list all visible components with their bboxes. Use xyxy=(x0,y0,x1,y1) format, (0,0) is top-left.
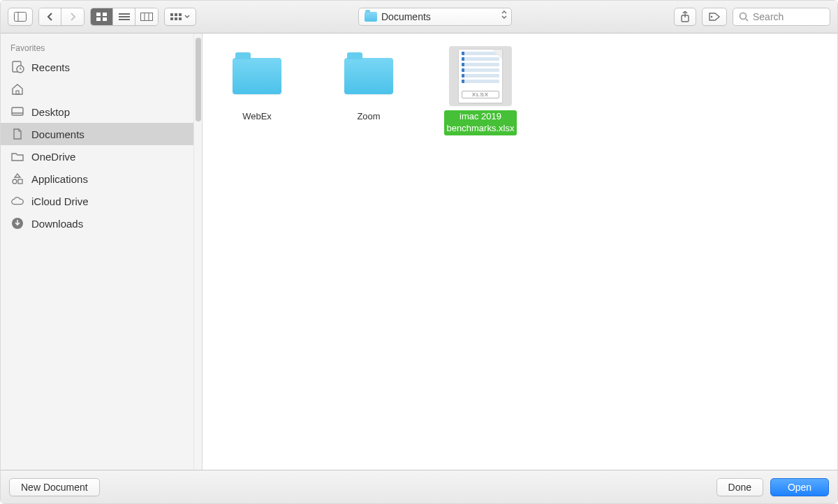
svg-rect-3 xyxy=(103,13,107,16)
path-popup-button[interactable]: Documents xyxy=(358,8,512,26)
folder-icon xyxy=(344,58,393,94)
svg-rect-17 xyxy=(179,17,182,20)
sidebar-item-applications[interactable]: Applications xyxy=(1,168,193,190)
svg-line-22 xyxy=(746,19,748,21)
document-icon xyxy=(10,127,24,141)
file-label: imac 2019 benchmarks.xlsx xyxy=(444,110,517,135)
view-icons-button[interactable] xyxy=(91,8,113,25)
svg-rect-29 xyxy=(18,179,22,184)
forward-button[interactable] xyxy=(61,8,84,25)
clock-doc-icon xyxy=(10,60,24,74)
sidebar-item-home[interactable] xyxy=(1,78,193,101)
done-button[interactable]: Done xyxy=(716,478,763,496)
cloud-icon xyxy=(10,194,24,208)
svg-point-28 xyxy=(13,179,17,184)
scrollbar-thumb[interactable] xyxy=(196,38,201,121)
sidebar: Favorites Recents xyxy=(1,34,193,470)
group-by-button[interactable] xyxy=(164,8,196,26)
new-document-button[interactable]: New Document xyxy=(9,478,100,496)
svg-point-20 xyxy=(711,16,713,18)
sidebar-item-label: Downloads xyxy=(31,218,83,230)
sidebar-item-label: Desktop xyxy=(31,106,70,118)
sidebar-toggle-button[interactable] xyxy=(8,8,33,26)
sidebar-item-recents[interactable]: Recents xyxy=(1,56,193,78)
svg-rect-25 xyxy=(16,91,19,94)
body: Favorites Recents xyxy=(1,34,837,470)
path-label: Documents xyxy=(381,11,431,22)
home-icon xyxy=(10,82,24,96)
xlsx-icon: XLSX xyxy=(458,49,503,103)
svg-rect-5 xyxy=(103,17,107,21)
button-label: Done xyxy=(728,482,751,493)
stepper-icon xyxy=(501,10,507,19)
sidebar-item-label: Applications xyxy=(31,173,88,185)
sidebar-item-documents[interactable]: Documents xyxy=(1,123,193,145)
toolbar: Documents Search xyxy=(1,1,837,34)
svg-rect-15 xyxy=(170,17,173,20)
finder-open-dialog: Documents Search Favorites xyxy=(0,0,838,504)
file-item-xlsx[interactable]: XLSX imac 2019 benchmarks.xlsx xyxy=(439,46,522,457)
download-icon xyxy=(10,216,24,230)
applications-icon xyxy=(10,172,24,186)
desktop-icon xyxy=(10,105,24,119)
svg-rect-14 xyxy=(179,13,182,16)
sidebar-item-desktop[interactable]: Desktop xyxy=(1,101,193,123)
sidebar-section-title: Favorites xyxy=(1,43,193,56)
folder-icon xyxy=(10,149,24,163)
footer: New Document Done Open xyxy=(1,470,837,503)
svg-rect-12 xyxy=(170,13,173,16)
folder-item-webex[interactable]: WebEx xyxy=(215,46,299,457)
folder-icon xyxy=(233,58,281,94)
sidebar-item-icloud[interactable]: iCloud Drive xyxy=(1,190,193,212)
button-label: Open xyxy=(788,482,811,493)
open-button[interactable]: Open xyxy=(770,478,829,496)
svg-rect-0 xyxy=(15,13,27,22)
folder-item-zoom[interactable]: Zoom xyxy=(327,46,411,457)
sidebar-wrap: Favorites Recents xyxy=(1,34,202,470)
svg-rect-2 xyxy=(96,13,101,16)
search-icon xyxy=(739,12,749,22)
svg-rect-4 xyxy=(96,17,101,21)
back-button[interactable] xyxy=(39,8,61,25)
file-label: WebEx xyxy=(240,110,274,124)
view-list-button[interactable] xyxy=(113,8,135,25)
view-mode-segmented xyxy=(90,8,159,26)
file-grid: WebEx Zoom XLSX imac 2019 benchmarks.xls… xyxy=(203,34,837,470)
sidebar-item-label: OneDrive xyxy=(31,151,75,163)
sidebar-item-label: Recents xyxy=(31,61,70,73)
nav-back-forward xyxy=(38,8,84,26)
button-label: New Document xyxy=(21,482,88,493)
sidebar-item-downloads[interactable]: Downloads xyxy=(1,212,193,235)
sidebar-item-label: iCloud Drive xyxy=(31,195,89,207)
svg-point-21 xyxy=(740,13,747,20)
view-columns-button[interactable] xyxy=(135,8,158,25)
sidebar-scrollbar[interactable] xyxy=(193,34,202,470)
folder-icon xyxy=(365,12,377,22)
svg-rect-26 xyxy=(12,108,23,115)
chevron-down-icon xyxy=(184,15,190,19)
tags-button[interactable] xyxy=(702,8,727,26)
share-button[interactable] xyxy=(674,8,696,26)
svg-rect-16 xyxy=(175,17,177,20)
svg-rect-13 xyxy=(175,13,177,16)
file-ext-tag: XLSX xyxy=(462,91,499,98)
file-label: Zoom xyxy=(354,110,383,124)
svg-rect-9 xyxy=(141,13,153,21)
search-field[interactable]: Search xyxy=(733,8,830,26)
search-placeholder: Search xyxy=(753,11,784,22)
sidebar-item-label: Documents xyxy=(31,128,84,140)
sidebar-item-onedrive[interactable]: OneDrive xyxy=(1,145,193,168)
